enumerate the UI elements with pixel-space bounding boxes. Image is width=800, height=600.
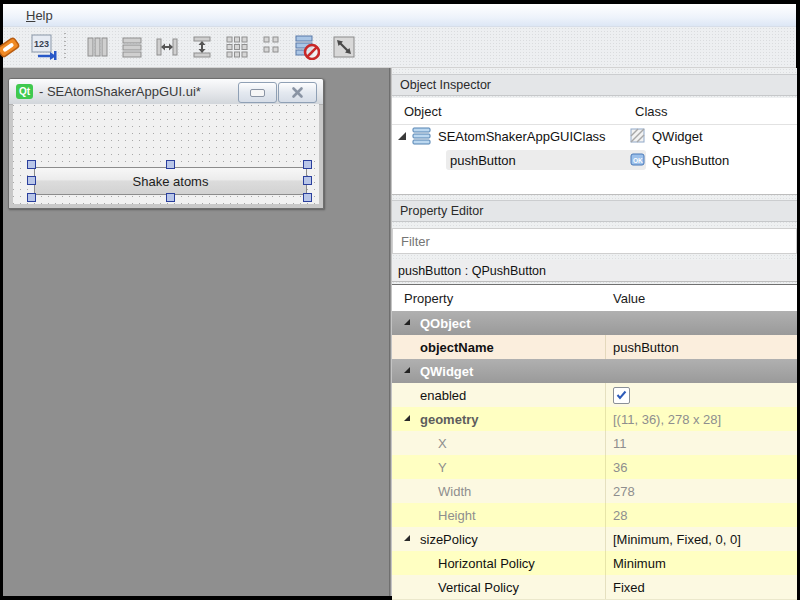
checkmark-icon (616, 390, 627, 400)
menu-bar: Help (3, 4, 796, 27)
selection-handle-bottom-center[interactable] (166, 193, 175, 202)
close-button[interactable] (278, 82, 317, 103)
qpushbutton-class-icon: OK (630, 152, 646, 168)
selection-handle-bottom-right[interactable] (303, 193, 312, 202)
toolbar-separator (64, 33, 66, 61)
property-row-width[interactable]: Width 278 (392, 479, 797, 504)
break-layout-button[interactable] (294, 34, 320, 60)
column-value[interactable]: Value (613, 285, 645, 311)
selection-handle-top-left[interactable] (27, 160, 36, 169)
dock-panel: Object Inspector Object Class SEAtomShak… (391, 68, 797, 596)
property-table-header: Property Value (392, 285, 797, 312)
x-value[interactable]: 11 (613, 431, 627, 455)
property-row-vertical-policy[interactable]: Vertical Policy Fixed (392, 575, 797, 600)
qt-designer-window: Help 123 (3, 4, 796, 596)
qt-logo: Qt (16, 84, 33, 99)
selection-handle-mid-left[interactable] (27, 176, 36, 185)
orange-tag-icon (0, 34, 21, 60)
vertical-bars-icon (85, 35, 109, 59)
form-canvas[interactable]: Shake atoms (13, 104, 319, 204)
selection-handle-top-right[interactable] (303, 160, 312, 169)
grid-3x3-icon (225, 35, 249, 59)
horizontal-spacer-button[interactable] (154, 34, 180, 60)
tree-row-root-widget[interactable]: SEAtomShakerAppGUIClass QWidget (392, 124, 797, 148)
property-row-horizontal-policy[interactable]: Horizontal Policy Minimum (392, 551, 797, 576)
minimize-button[interactable] (238, 82, 277, 103)
width-value[interactable]: 278 (613, 479, 635, 503)
horizontal-bars-icon (120, 35, 144, 59)
form-window-title: - SEAtomShakerAppGUI.ui* (39, 84, 201, 99)
geometry-value[interactable]: [(11, 36), 278 x 28] (613, 407, 721, 431)
height-value[interactable]: 28 (613, 503, 627, 527)
tree-class-name: QPushButton (652, 148, 729, 172)
break-layout-icon (294, 34, 320, 60)
widget-layers-icon (412, 127, 432, 145)
object-inspector-header: Object Class (392, 98, 797, 125)
tree-object-name: SEAtomShakerAppGUIClass (438, 124, 606, 148)
collapse-triangle-icon[interactable] (404, 367, 410, 373)
vertical-policy-value[interactable]: Fixed (613, 575, 645, 599)
column-class[interactable]: Class (635, 98, 668, 124)
shake-atoms-push-button[interactable]: Shake atoms (34, 167, 307, 195)
screenshot-frame: Help 123 (0, 0, 800, 600)
collapse-triangle-icon[interactable] (404, 415, 410, 421)
group-row-qobject[interactable]: QObject (392, 311, 797, 335)
mdi-area: Qt - SEAtomShakerAppGUI.ui* Shake atoms (3, 68, 390, 596)
selection-handle-mid-right[interactable] (303, 176, 312, 185)
adjust-size-icon (332, 35, 356, 59)
adjust-size-button[interactable] (331, 34, 357, 60)
property-row-x[interactable]: X 11 (392, 431, 797, 456)
horizontal-policy-value[interactable]: Minimum (613, 551, 666, 575)
property-row-sizepolicy[interactable]: sizePolicy [Minimum, Fixed, 0, 0] (392, 527, 797, 552)
minimize-icon (250, 89, 265, 97)
layout-horizontally-button[interactable] (84, 34, 110, 60)
edit-tab-order-button[interactable]: 123 (31, 34, 57, 60)
filter-input[interactable] (393, 229, 796, 253)
close-icon (291, 86, 304, 99)
toolbar: 123 (3, 27, 796, 68)
edit-signals-slots-button[interactable] (0, 34, 21, 60)
collapse-triangle-icon[interactable] (404, 535, 410, 541)
property-row-geometry[interactable]: geometry [(11, 36), 278 x 28] (392, 407, 797, 432)
object-inspector-title: Object Inspector (392, 74, 797, 96)
tree-object-name: pushButton (450, 148, 516, 172)
group-row-qwidget[interactable]: QWidget (392, 359, 797, 383)
tree-row-push-button[interactable]: pushButton OK QPushButton (392, 148, 797, 172)
y-value[interactable]: 36 (613, 455, 627, 479)
menu-help[interactable]: Help (17, 6, 62, 25)
form-window-titlebar[interactable]: Qt - SEAtomShakerAppGUI.ui* (9, 79, 323, 105)
property-row-height[interactable]: Height 28 (392, 503, 797, 528)
svg-text:123: 123 (34, 39, 49, 49)
vertical-spacer-button[interactable] (189, 34, 215, 60)
filter-box (392, 228, 797, 254)
property-row-y[interactable]: Y 36 (392, 455, 797, 480)
tab-order-123-icon: 123 (31, 34, 57, 60)
column-property[interactable]: Property (404, 285, 453, 311)
selection-handle-bottom-left[interactable] (27, 193, 36, 202)
sizepolicy-value[interactable]: [Minimum, Fixed, 0, 0] (613, 527, 741, 551)
horizontal-arrows-icon (155, 35, 179, 59)
property-row-objectname[interactable]: objectName pushButton (392, 335, 797, 360)
svg-text:OK: OK (633, 157, 643, 164)
expand-triangle-icon[interactable] (398, 132, 406, 140)
column-object[interactable]: Object (404, 98, 442, 124)
selection-handle-top-center[interactable] (166, 160, 175, 169)
object-inspector-tree: Object Class SEAtomShakerAppGUIClass (392, 98, 797, 195)
tree-class-name: QWidget (652, 124, 703, 148)
form-grid-icon (262, 35, 284, 59)
property-table: Property Value QObject objectName pushBu… (392, 284, 797, 599)
property-editor-title: Property Editor (392, 200, 797, 222)
enabled-checkbox[interactable] (613, 387, 630, 404)
layout-form-button[interactable] (260, 34, 286, 60)
qwidget-class-icon (630, 128, 646, 144)
property-row-enabled[interactable]: enabled (392, 383, 797, 408)
form-window: Qt - SEAtomShakerAppGUI.ui* Shake atoms (8, 78, 324, 209)
current-object-label: pushButton : QPushButton (392, 260, 797, 282)
objectname-value[interactable]: pushButton (613, 335, 679, 359)
layout-grid-button[interactable] (224, 34, 250, 60)
vertical-arrows-icon (190, 35, 214, 59)
layout-vertically-button[interactable] (119, 34, 145, 60)
collapse-triangle-icon[interactable] (404, 319, 410, 325)
